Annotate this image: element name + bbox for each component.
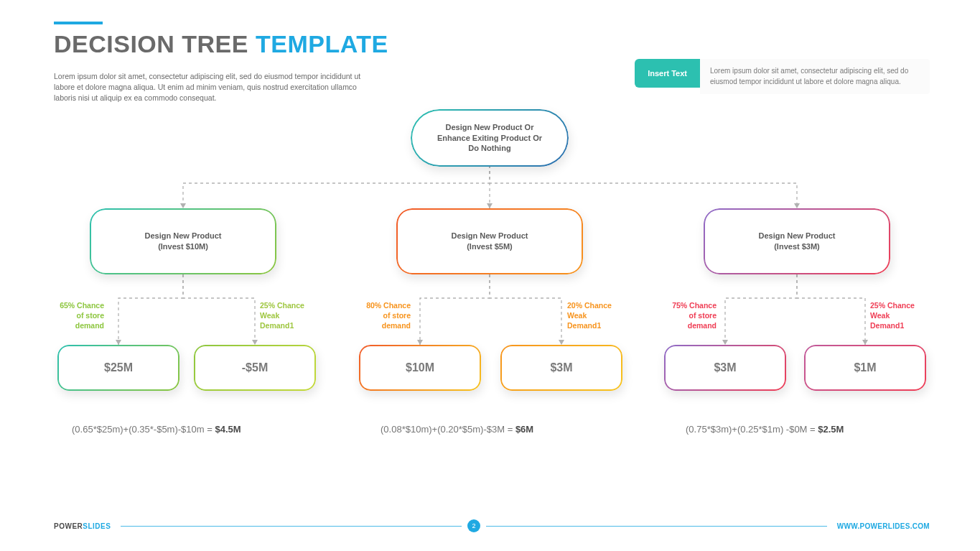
accent-bar <box>54 22 103 24</box>
branch1-right-label: 25% ChanceWeakDemand1 <box>260 300 332 331</box>
page-title: DECISION TREE TEMPLATE <box>54 30 930 58</box>
branch1-leaf-right: -$5M <box>194 345 316 391</box>
page-number: 2 <box>467 519 480 532</box>
title-accent: TEMPLATE <box>256 30 388 57</box>
decision-tree: Design New Product Or Enhance Exiting Pr… <box>0 108 980 517</box>
footer-url: WWW.POWERLIDES.COM <box>837 522 930 530</box>
branch1-mid-l1: Design New Product <box>145 231 222 241</box>
branch3-leaf-left: $3M <box>664 345 786 391</box>
root-node: Design New Product Or Enhance Exiting Pr… <box>411 109 569 167</box>
branch3-calc: (0.75*$3m)+(0.25*$1m) -$0M = $2.5M <box>686 424 844 435</box>
root-line2: Enhance Exiting Product Or <box>437 133 542 144</box>
branch2-mid: Design New Product (Invest $5M) <box>396 208 583 274</box>
branch3-right-label: 25% ChanceWeakDemand1 <box>870 300 942 331</box>
branch2-mid-l2: (Invest $5M) <box>467 241 513 252</box>
side-callout: Insert Text Lorem ipsum dolor sit amet, … <box>635 59 930 94</box>
branch1-left-label: 65% Chanceof storedemand <box>32 300 104 331</box>
branch1-mid: Design New Product (Invest $10M) <box>90 208 276 274</box>
footer-line-left <box>121 526 462 527</box>
footer-brand: POWERSLIDES <box>54 522 111 530</box>
footer-page-wrap: 2 <box>121 519 826 532</box>
branch3-leaf-right: $1M <box>804 345 926 391</box>
branch3-mid-l1: Design New Product <box>759 231 836 241</box>
connectors <box>0 108 980 517</box>
branch3-mid: Design New Product (Invest $3M) <box>704 208 890 274</box>
root-line1: Design New Product Or <box>446 122 534 133</box>
branch3-left-label: 75% Chanceof storedemand <box>645 300 717 331</box>
branch1-calc: (0.65*$25m)+(0.35*-$5m)-$10m = $4.5M <box>72 424 241 435</box>
title-main: DECISION TREE <box>54 30 256 57</box>
branch2-calc: (0.08*$10m)+(0.20*$5m)-$3M = $6M <box>381 424 533 435</box>
footer: POWERSLIDES 2 WWW.POWERLIDES.COM <box>54 519 930 532</box>
slide: DECISION TREE TEMPLATE Lorem ipsum dolor… <box>0 0 980 551</box>
branch2-right-label: 20% ChanceWeakDemand1 <box>567 300 639 331</box>
subtitle-text: Lorem ipsum dolor sit amet, consectetur … <box>54 71 370 104</box>
root-line3: Do Nothing <box>468 143 510 154</box>
branch3-mid-l2: (Invest $3M) <box>774 241 820 252</box>
footer-line-right <box>486 526 827 527</box>
callout-tag: Insert Text <box>635 59 700 88</box>
callout-text: Lorem ipsum dolor sit amet, consectetur … <box>700 59 930 94</box>
branch2-left-label: 80% Chanceof storedemand <box>339 300 411 331</box>
branch2-mid-l1: Design New Product <box>452 231 528 241</box>
branch1-leaf-left: $25M <box>57 345 179 391</box>
branch2-leaf-left: $10M <box>359 345 481 391</box>
branch1-mid-l2: (Invest $10M) <box>158 241 208 252</box>
branch2-leaf-right: $3M <box>500 345 622 391</box>
